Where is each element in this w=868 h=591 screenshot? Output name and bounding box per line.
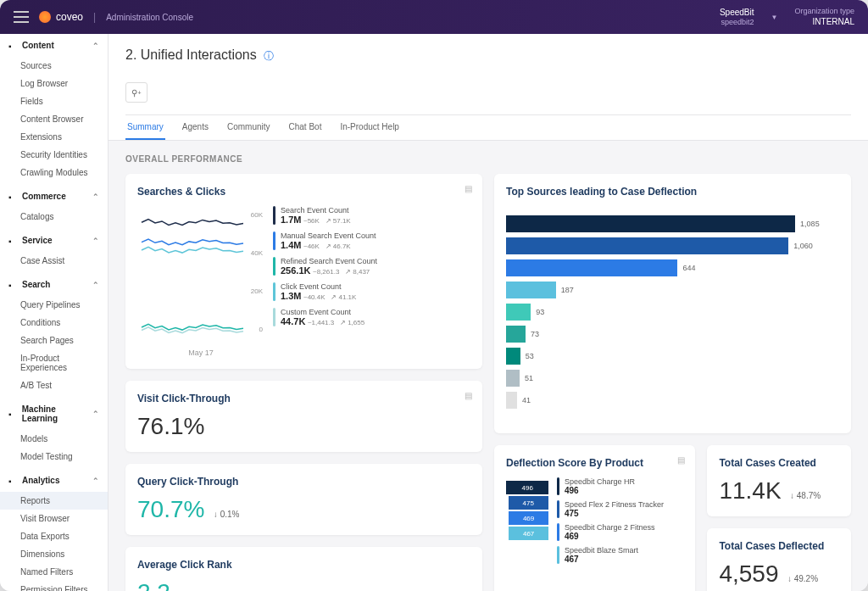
card-menu-icon[interactable]: ▤ [465, 391, 472, 400]
card-top-sources: Top Sources leading to Case Deflection 1… [494, 174, 851, 433]
bar-label: 1,085 [800, 220, 820, 228]
sidebar: ▪Content⌃SourcesLog BrowserFieldsContent… [0, 34, 108, 591]
sidebar-item-data-exports[interactable]: Data Exports [0, 527, 108, 545]
metric-value: 76.1% [137, 413, 470, 440]
chevron-up-icon: ⌃ [92, 410, 99, 418]
metric-value: 11.4K [719, 477, 781, 504]
brand-name: coveo [56, 11, 83, 23]
bar: 467 [509, 527, 548, 540]
sidebar-item-conditions[interactable]: Conditions [0, 314, 108, 332]
sidebar-item-catalogs[interactable]: Catalogs [0, 208, 108, 226]
bar-row: 644 [506, 259, 839, 277]
bar-label: 187 [561, 286, 574, 294]
tab-summary[interactable]: Summary [125, 115, 165, 140]
bar: 469 [509, 511, 548, 525]
bar [506, 370, 520, 387]
tab-in-product-help[interactable]: In-Product Help [338, 115, 400, 140]
org-type: Organization type INTERNAL [794, 7, 854, 28]
section-icon: ▪ [8, 42, 17, 50]
bar [506, 326, 526, 343]
sidebar-section-search[interactable]: ▪Search⌃ [0, 273, 108, 296]
card-query-ct: Query Click-Through 70.7% ↓ 0.1% [125, 464, 482, 535]
card-menu-icon[interactable]: ▤ [677, 455, 685, 465]
page-title: 2. Unified Interactions ⓘ [125, 47, 851, 64]
legend-item: Manual Search Event Count 1.4M ~46K ↗ 46… [273, 231, 470, 250]
tab-community[interactable]: Community [225, 115, 272, 140]
sidebar-item-a/b-test[interactable]: A/B Test [0, 376, 108, 394]
sidebar-item-in-product-experiences[interactable]: In-Product Experiences [0, 349, 108, 376]
sidebar-section-commerce[interactable]: ▪Commerce⌃ [0, 185, 108, 208]
metric-value: 2.2 [137, 579, 170, 591]
bar-row: 73 [506, 325, 839, 343]
org-selector[interactable]: SpeedBit speedbit2 [720, 7, 754, 28]
sidebar-item-security-identities[interactable]: Security Identities [0, 146, 108, 164]
bar: 475 [509, 496, 549, 510]
chevron-down-icon[interactable]: ▼ [771, 14, 778, 21]
sidebar-item-visit-browser[interactable]: Visit Browser [0, 510, 108, 527]
sidebar-item-permission-filters[interactable]: Permission Filters [0, 581, 108, 591]
section-icon: ▪ [8, 477, 17, 485]
legend-item: Click Event Count 1.3M ~40.4K ↗ 41.1K [273, 282, 470, 301]
svg-text:0: 0 [259, 326, 264, 333]
bar [506, 215, 795, 232]
section-label: OVERALL PERFORMANCE [125, 154, 851, 164]
tab-chat-bot[interactable]: Chat Bot [287, 115, 324, 140]
card-deflection-product: ▤ Deflection Score By Product 4964754694… [494, 445, 695, 591]
sidebar-item-extensions[interactable]: Extensions [0, 128, 108, 146]
chevron-up-icon: ⌃ [92, 192, 99, 201]
sidebar-section-content[interactable]: ▪Content⌃ [0, 34, 108, 57]
card-searches-clicks: ▤ Searches & Clicks 60K40K20K0 May 17 Se… [125, 174, 482, 369]
sidebar-item-content-browser[interactable]: Content Browser [0, 110, 108, 128]
card-title: Visit Click-Through [137, 393, 470, 404]
page-header: 2. Unified Interactions ⓘ ⚲+ SummaryAgen… [108, 34, 868, 141]
bar-label: 644 [682, 264, 695, 272]
legend-item: Refined Search Event Count 256.1K ~8,261… [273, 257, 470, 276]
tab-agents[interactable]: Agents [181, 115, 210, 140]
chevron-up-icon: ⌃ [92, 237, 99, 245]
sidebar-item-models[interactable]: Models [0, 430, 108, 448]
sidebar-item-dimensions[interactable]: Dimensions [0, 545, 108, 563]
svg-text:60K: 60K [251, 211, 264, 219]
metric-value: 70.7% [137, 496, 204, 522]
bar [506, 282, 556, 298]
sidebar-item-search-pages[interactable]: Search Pages [0, 332, 108, 349]
sidebar-item-query-pipelines[interactable]: Query Pipelines [0, 296, 108, 314]
card-title: Average Click Rank [137, 559, 470, 571]
sidebar-item-log-browser[interactable]: Log Browser [0, 75, 108, 92]
section-icon: ▪ [8, 237, 17, 245]
sidebar-item-case-assist[interactable]: Case Assist [0, 252, 108, 270]
chevron-up-icon: ⌃ [92, 281, 99, 289]
sidebar-section-analytics[interactable]: ▪Analytics⌃ [0, 469, 108, 492]
sidebar-item-reports[interactable]: Reports [0, 492, 108, 510]
sidebar-section-service[interactable]: ▪Service⌃ [0, 229, 108, 252]
bar [506, 259, 677, 276]
bar-row: 53 [506, 347, 839, 365]
bar-row: 51 [506, 369, 839, 387]
bar-row: 1,060 [506, 237, 839, 255]
logo[interactable]: coveo | Administration Console [39, 11, 193, 23]
bar [506, 392, 517, 409]
filter-button[interactable]: ⚲+ [125, 82, 147, 103]
metric-delta: ↓ 49.2% [787, 574, 818, 583]
bar [506, 348, 520, 365]
help-icon[interactable]: ⓘ [264, 50, 274, 62]
legend-item: Speedbit Charge 2 Fitness469 [557, 523, 683, 541]
bar-row: 1,085 [506, 215, 839, 233]
sidebar-section-machine-learning[interactable]: ▪Machine Learning⌃ [0, 398, 108, 430]
card-title: Top Sources leading to Case Deflection [506, 186, 839, 198]
card-cases-created: Total Cases Created 11.4K ↓ 48.7% [707, 445, 851, 516]
metric-value: 4,559 [719, 560, 778, 587]
sidebar-item-sources[interactable]: Sources [0, 57, 108, 75]
sidebar-item-named-filters[interactable]: Named Filters [0, 563, 108, 581]
tabs: SummaryAgentsCommunityChat BotIn-Product… [125, 114, 851, 140]
menu-icon[interactable] [14, 11, 29, 23]
sidebar-item-fields[interactable]: Fields [0, 92, 108, 110]
card-title: Total Cases Created [719, 457, 839, 469]
card-avg-rank: Average Click Rank 2.2 ↑ 0.1% [125, 547, 482, 591]
chart-xaxis-label: May 17 [137, 348, 264, 357]
bar-row: 93 [506, 303, 839, 321]
bar-label: 73 [531, 330, 539, 338]
sidebar-item-model-testing[interactable]: Model Testing [0, 448, 108, 466]
sidebar-item-crawling-modules[interactable]: Crawling Modules [0, 164, 108, 181]
card-menu-icon[interactable]: ▤ [465, 184, 472, 193]
